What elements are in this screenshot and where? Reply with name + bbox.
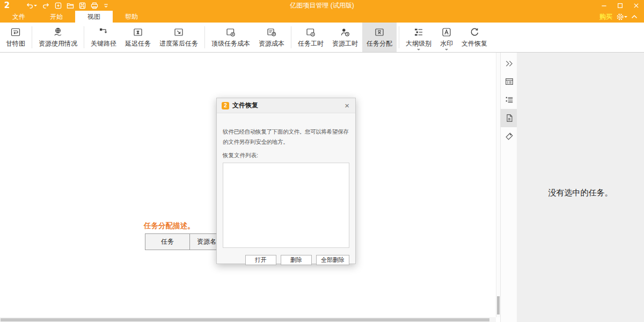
tab-label: 视图 xyxy=(87,12,100,21)
redo-icon xyxy=(42,2,50,9)
ribbon-button-label: 顶级任务成本 xyxy=(211,40,250,47)
ribbon-button-delayed-tasks[interactable]: 延迟任务 xyxy=(121,23,155,52)
settings-dropdown-caret-icon xyxy=(624,16,627,19)
ribbon-button-resource-cost[interactable]: 资源成本 xyxy=(254,23,289,52)
app-window: 2 xyxy=(0,0,644,322)
open-file-dialog-button[interactable]: 打开 xyxy=(245,255,276,265)
maximize-icon xyxy=(617,3,623,9)
horizontal-scrollbar[interactable] xyxy=(0,317,496,322)
buy-link[interactable]: 购买 xyxy=(599,12,612,21)
vertical-scrollbar[interactable] xyxy=(496,53,500,317)
ribbon-group-separator xyxy=(399,26,399,48)
ribbon-button-top-task-cost[interactable]: 顶级任务成本 xyxy=(207,23,254,52)
horizontal-scrollbar-thumb[interactable] xyxy=(1,318,489,321)
file-recovery-icon xyxy=(469,27,480,38)
close-button[interactable] xyxy=(628,0,644,11)
dialog-title: 文件恢复 xyxy=(232,101,258,110)
table-header-task: 任务 xyxy=(145,234,190,250)
top-task-cost-icon xyxy=(225,27,236,38)
titlebar-actions: 购买 xyxy=(599,11,644,23)
delete-file-dialog-button[interactable]: 删除 xyxy=(281,255,312,265)
page-properties-panel-button[interactable] xyxy=(501,109,517,127)
print-button[interactable] xyxy=(91,2,98,9)
ribbon-button-resource-usage[interactable]: 资源使用情况 xyxy=(34,23,82,52)
minimize-button[interactable] xyxy=(596,0,612,11)
behind-schedule-tasks-icon xyxy=(173,27,184,38)
tab-help[interactable]: 帮助 xyxy=(113,11,150,23)
task-hours-icon xyxy=(305,27,316,38)
ribbon-button-behind-schedule-tasks[interactable]: 进度落后任务 xyxy=(155,23,202,52)
ribbon-button-label: 水印 xyxy=(440,40,453,47)
resource-hours-icon xyxy=(340,27,350,38)
task-assignment-heading: 任务分配描述。 xyxy=(144,221,195,231)
gantt-chart-icon xyxy=(10,27,21,38)
save-button[interactable] xyxy=(79,2,86,9)
outline-list-icon xyxy=(504,95,514,105)
ribbon-button-label: 资源成本 xyxy=(259,40,284,47)
redo-button[interactable] xyxy=(42,2,50,9)
close-icon xyxy=(633,3,639,9)
collapse-ribbon-button[interactable] xyxy=(631,14,638,19)
chevron-up-icon xyxy=(631,14,638,19)
recovered-files-listbox[interactable] xyxy=(223,163,349,248)
vertical-scrollbar-thumb[interactable] xyxy=(497,296,500,314)
ribbon-button-watermark[interactable]: 水印 xyxy=(436,23,457,52)
ribbon-button-label: 文件恢复 xyxy=(462,40,487,47)
tab-label: 开始 xyxy=(50,12,63,21)
ribbon-button-label: 资源使用情况 xyxy=(39,40,77,47)
customize-toolbar-icon xyxy=(103,3,109,9)
ribbon-button-task-hours[interactable]: 任务工时 xyxy=(294,23,328,52)
tab-home[interactable]: 开始 xyxy=(38,11,75,23)
ribbon-button-task-assignment[interactable]: 任务分配 xyxy=(362,23,397,52)
ribbon-button-label: 关键路径 xyxy=(91,40,116,47)
minimize-icon xyxy=(601,3,607,9)
collapse-panel-button[interactable] xyxy=(501,54,517,72)
ribbon-button-outline-level[interactable]: 大纲级别 xyxy=(401,23,436,52)
task-properties-panel-button[interactable] xyxy=(501,72,517,91)
resource-usage-icon xyxy=(53,27,63,38)
open-folder-icon xyxy=(67,2,74,9)
task-properties-icon xyxy=(504,77,514,86)
dropdown-caret-icon xyxy=(445,49,448,52)
ribbon-button-label: 资源工时 xyxy=(332,40,358,47)
customize-quick-access-button[interactable] xyxy=(103,3,109,9)
ribbon-button-resource-hours[interactable]: 资源工时 xyxy=(328,23,362,52)
undo-button[interactable] xyxy=(26,2,37,9)
settings-button[interactable] xyxy=(616,13,627,21)
outline-list-panel-button[interactable] xyxy=(501,91,517,109)
task-properties-panel: 没有选中的任务。 xyxy=(517,53,644,322)
critical-path-icon xyxy=(98,27,109,38)
save-icon xyxy=(79,2,86,9)
ribbon-button-file-recovery[interactable]: 文件恢复 xyxy=(457,23,492,52)
ribbon-tab-bar: 文件 开始 视图 帮助 购买 xyxy=(0,11,644,23)
outline-level-icon xyxy=(413,27,424,38)
ribbon-button-label: 进度落后任务 xyxy=(159,40,198,47)
ribbon-button-label: 大纲级别 xyxy=(406,40,431,47)
window-controls xyxy=(596,0,644,11)
task-assignment-icon xyxy=(374,27,385,38)
undo-icon xyxy=(26,2,34,9)
page-properties-icon xyxy=(504,113,514,123)
ribbon-button-critical-path[interactable]: 关键路径 xyxy=(86,23,121,52)
maximize-button[interactable] xyxy=(612,0,628,11)
tab-file[interactable]: 文件 xyxy=(0,11,38,23)
tag-icon xyxy=(504,131,514,141)
dialog-body: 软件已经自动恢复了下面的文件。您可以将希望保存的文件另存到安全的地方。 恢复文件… xyxy=(217,127,355,265)
undo-dropdown-caret-icon[interactable] xyxy=(34,5,37,8)
resource-cost-icon xyxy=(266,27,277,38)
quick-access-toolbar xyxy=(26,2,109,9)
dialog-app-logo-icon: 2 xyxy=(222,102,229,109)
dialog-close-button[interactable]: × xyxy=(343,101,350,109)
dialog-title-bar[interactable]: 2 文件恢复 × xyxy=(217,98,355,113)
new-document-icon xyxy=(55,2,62,9)
tab-view[interactable]: 视图 xyxy=(75,11,113,23)
watermark-icon xyxy=(441,27,452,38)
new-document-button[interactable] xyxy=(55,2,62,9)
tag-panel-button[interactable] xyxy=(501,127,517,145)
ribbon-button-gantt-chart[interactable]: 甘特图 xyxy=(2,23,30,52)
open-file-button[interactable] xyxy=(67,2,74,9)
ribbon-group-separator xyxy=(291,26,291,48)
right-side-toolbar xyxy=(500,53,517,322)
delete-all-files-dialog-button[interactable]: 全部删除 xyxy=(316,255,349,265)
title-bar: 2 xyxy=(0,0,644,11)
